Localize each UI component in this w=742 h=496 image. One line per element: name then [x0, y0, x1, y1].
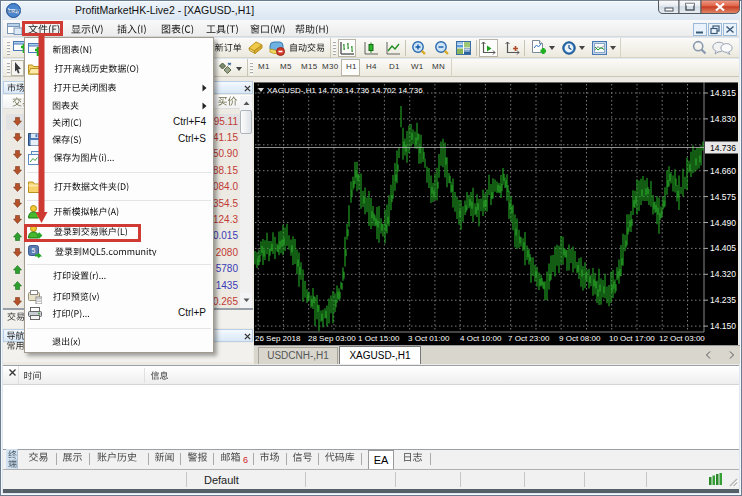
svg-text:9 Oct 08:00: 9 Oct 08:00 — [559, 334, 601, 343]
svg-text:5: 5 — [32, 247, 36, 254]
svg-text:14.660: 14.660 — [710, 166, 736, 176]
svg-text:10 Oct 17:00: 10 Oct 17:00 — [609, 334, 655, 343]
svg-text:XAGUSD-,H1 14.708 14.736 14.7: XAGUSD-,H1 14.708 14.736 14.702 14.736 — [267, 86, 423, 95]
svg-text:14.235: 14.235 — [710, 295, 736, 305]
svg-text:14.736: 14.736 — [710, 143, 736, 153]
svg-text:14.320: 14.320 — [710, 269, 736, 279]
svg-text:14.490: 14.490 — [710, 218, 736, 228]
svg-text:7 Oct 23:00: 7 Oct 23:00 — [508, 334, 550, 343]
svg-text:3 Oct 01:00: 3 Oct 01:00 — [408, 334, 450, 343]
svg-text:14.915: 14.915 — [710, 88, 736, 98]
svg-text:14.575: 14.575 — [710, 192, 736, 202]
svg-text:14.150: 14.150 — [710, 321, 736, 331]
svg-text:28 Sep 03:00: 28 Sep 03:00 — [308, 334, 356, 343]
svg-text:14.405: 14.405 — [710, 243, 736, 253]
svg-text:14.830: 14.830 — [710, 114, 736, 124]
svg-text:PROFIT: PROFIT — [7, 10, 20, 14]
svg-text:1 Oct 15:00: 1 Oct 15:00 — [358, 334, 400, 343]
svg-text:12 Oct 03:00: 12 Oct 03:00 — [659, 334, 705, 343]
svg-text:26 Sep 2018: 26 Sep 2018 — [255, 334, 301, 343]
svg-text:4 Oct 10:00: 4 Oct 10:00 — [460, 334, 502, 343]
